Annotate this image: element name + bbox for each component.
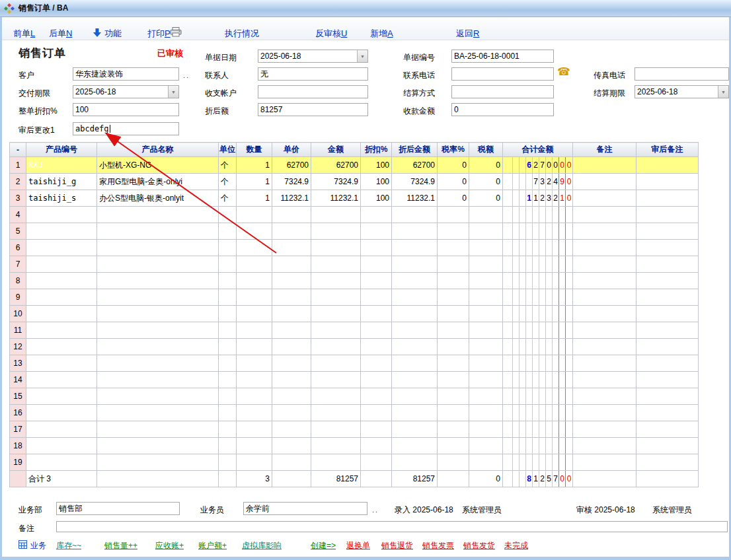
col-header-tax-rate[interactable]: 税率% xyxy=(438,143,469,157)
cell-note[interactable] xyxy=(573,190,636,207)
cell-price[interactable] xyxy=(272,223,311,240)
settle-method-input[interactable] xyxy=(451,85,554,98)
unaudit-button[interactable]: 反审核U xyxy=(315,28,347,40)
order-discount-input[interactable] xyxy=(73,103,179,116)
cell-price[interactable] xyxy=(272,256,311,273)
cell-discount[interactable] xyxy=(361,355,392,372)
cell-discount[interactable] xyxy=(361,405,392,421)
cell-unit[interactable] xyxy=(219,355,237,372)
bottombar-item-sales-return[interactable]: 销售退货 xyxy=(381,540,413,551)
col-header-rownum[interactable]: - xyxy=(10,143,26,157)
customer-browse-button[interactable]: .. xyxy=(183,71,190,79)
cell-total-ledger[interactable] xyxy=(503,438,573,454)
cell-discount[interactable] xyxy=(361,454,392,471)
exec-status-button[interactable]: 执行情况 xyxy=(225,28,259,40)
cell-audit-note[interactable] xyxy=(636,372,699,388)
row-number-cell[interactable]: 10 xyxy=(10,306,26,322)
bottombar-item-inventory[interactable]: 库存~~ xyxy=(56,540,81,551)
cell-audit-note[interactable] xyxy=(636,438,699,454)
bottombar-item-account-balance[interactable]: 账户额+ xyxy=(198,540,227,551)
contact-input[interactable] xyxy=(258,67,368,81)
row-number-cell[interactable]: 14 xyxy=(10,372,26,388)
cell-amount[interactable] xyxy=(311,355,361,372)
cell-code[interactable] xyxy=(26,372,97,388)
dept-input[interactable] xyxy=(56,502,180,515)
cell-note[interactable] xyxy=(573,454,636,471)
cell-name[interactable] xyxy=(97,207,219,223)
cell-qty[interactable]: 1 xyxy=(237,157,272,174)
row-number-cell[interactable]: 18 xyxy=(10,438,26,454)
cell-price[interactable] xyxy=(272,421,311,438)
cell-name[interactable]: 家用G型电脑-金奥-onlyi xyxy=(97,174,219,190)
col-header-tax[interactable]: 税额 xyxy=(469,143,503,157)
cell-total-ledger[interactable]: 6270000 xyxy=(503,157,573,174)
cell-code[interactable] xyxy=(26,240,97,256)
cell-disc_amount[interactable] xyxy=(392,421,438,438)
prev-doc-button[interactable]: 前单L xyxy=(13,28,35,40)
row-number-cell[interactable]: 4 xyxy=(10,207,26,223)
cell-price[interactable] xyxy=(272,322,311,339)
cell-tax_rate[interactable] xyxy=(438,273,469,289)
cell-audit-note[interactable] xyxy=(636,339,699,355)
cell-unit[interactable]: 个 xyxy=(219,174,237,190)
cell-total-ledger[interactable] xyxy=(503,454,573,471)
cell-tax[interactable]: 0 xyxy=(469,190,503,207)
add-new-button[interactable]: 新增A xyxy=(370,28,393,40)
cell-tax_rate[interactable] xyxy=(438,405,469,421)
cell-note[interactable] xyxy=(573,174,636,190)
cell-qty[interactable] xyxy=(237,256,272,273)
settle-deadline-field[interactable]: 2025-06-18 ▼ xyxy=(635,85,729,98)
cell-unit[interactable] xyxy=(219,223,237,240)
cell-unit[interactable] xyxy=(219,273,237,289)
cell-name[interactable]: 小型机-XG-NG xyxy=(97,157,219,174)
cell-qty[interactable] xyxy=(237,240,272,256)
cell-name[interactable] xyxy=(97,454,219,471)
cell-audit-note[interactable] xyxy=(636,289,699,306)
row-number-cell[interactable]: 13 xyxy=(10,355,26,372)
cell-qty[interactable] xyxy=(237,421,272,438)
cell-audit-note[interactable] xyxy=(636,157,699,174)
cell-tax_rate[interactable] xyxy=(438,322,469,339)
bottombar-item-sales-delivery[interactable]: 销售发货 xyxy=(463,540,495,551)
cell-price[interactable] xyxy=(272,372,311,388)
cell-amount[interactable] xyxy=(311,289,361,306)
cell-code[interactable] xyxy=(26,306,97,322)
col-header-qty[interactable]: 数量 xyxy=(237,143,272,157)
cell-tax[interactable] xyxy=(469,438,503,454)
cell-tax_rate[interactable] xyxy=(438,240,469,256)
cell-tax_rate[interactable] xyxy=(438,438,469,454)
cell-total-ledger[interactable] xyxy=(503,421,573,438)
cell-tax[interactable] xyxy=(469,339,503,355)
cell-tax_rate[interactable]: 0 xyxy=(438,157,469,174)
cell-tax_rate[interactable] xyxy=(438,355,469,372)
col-header-total[interactable]: 合计金额 xyxy=(503,143,573,157)
cell-audit-note[interactable] xyxy=(636,273,699,289)
cell-code[interactable] xyxy=(26,339,97,355)
cell-code[interactable]: XXJ xyxy=(26,157,97,174)
cell-disc_amount[interactable]: 11232.1 xyxy=(392,190,438,207)
cell-note[interactable] xyxy=(573,438,636,454)
cell-total-ledger[interactable] xyxy=(503,273,573,289)
account-input[interactable] xyxy=(258,85,368,98)
cell-unit[interactable]: 个 xyxy=(219,157,237,174)
cell-audit-note[interactable] xyxy=(636,190,699,207)
cell-tax[interactable] xyxy=(469,223,503,240)
cell-code[interactable] xyxy=(26,256,97,273)
next-doc-button[interactable]: 后单N xyxy=(49,28,72,40)
cell-amount[interactable]: 62700 xyxy=(311,157,361,174)
cell-name[interactable] xyxy=(97,223,219,240)
bottombar-item-sales-invoice[interactable]: 销售发票 xyxy=(422,540,454,551)
cell-price[interactable] xyxy=(272,273,311,289)
bottombar-item-business[interactable]: 业务 xyxy=(30,540,46,551)
cell-disc_amount[interactable] xyxy=(392,322,438,339)
cell-code[interactable] xyxy=(26,355,97,372)
cell-total-ledger[interactable]: 1123210 xyxy=(503,190,573,207)
cell-code[interactable] xyxy=(26,421,97,438)
cell-amount[interactable]: 7324.9 xyxy=(311,174,361,190)
cell-code[interactable] xyxy=(26,405,97,421)
cell-tax[interactable] xyxy=(469,256,503,273)
cell-disc_amount[interactable] xyxy=(392,405,438,421)
cell-audit-note[interactable] xyxy=(636,256,699,273)
cell-name[interactable] xyxy=(97,256,219,273)
cell-total-ledger[interactable] xyxy=(503,240,573,256)
